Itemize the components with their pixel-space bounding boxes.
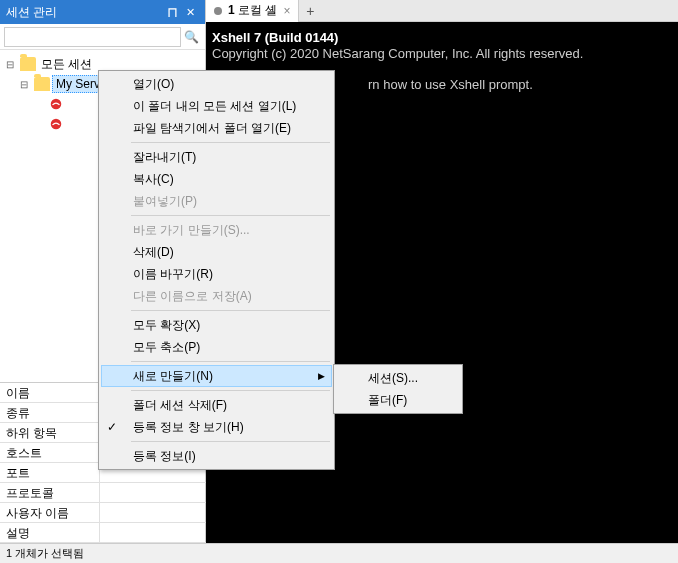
prop-label: 이름 (0, 383, 100, 402)
menu-item[interactable]: 모두 축소(P) (101, 336, 332, 358)
collapse-icon[interactable]: ⊟ (6, 59, 18, 70)
tab-add-button[interactable]: + (299, 3, 321, 19)
context-menu: 열기(O)이 폴더 내의 모든 세션 열기(L)파일 탐색기에서 폴더 열기(E… (98, 70, 335, 470)
prop-label: 하위 항목 (0, 423, 100, 442)
menu-item[interactable]: 폴더 세션 삭제(F) (101, 394, 332, 416)
tab-label: 1 로컬 셸 (228, 2, 277, 19)
terminal-line: rn how to use Xshell prompt. (368, 77, 533, 92)
prop-label: 종류 (0, 403, 100, 422)
prop-label: 설명 (0, 523, 100, 542)
status-text: 1 개체가 선택됨 (6, 547, 84, 559)
submenu-arrow-icon: ▶ (318, 371, 325, 381)
prop-value (100, 483, 206, 502)
menu-separator (131, 142, 330, 143)
search-bar: 🔍 (0, 24, 205, 50)
prop-value (100, 503, 206, 522)
tab-bar: 1 로컬 셸 × + (206, 0, 678, 22)
menu-item[interactable]: 등록 정보(I) (101, 445, 332, 467)
menu-item[interactable]: 이 폴더 내의 모든 세션 열기(L) (101, 95, 332, 117)
sidebar-title: 세션 관리 (6, 4, 163, 21)
prop-label: 프로토콜 (0, 483, 100, 502)
search-icon[interactable]: 🔍 (181, 30, 201, 44)
tree-label-root: 모든 세션 (38, 55, 95, 74)
prop-label: 포트 (0, 463, 100, 482)
menu-item[interactable]: 모두 확장(X) (101, 314, 332, 336)
prop-row: 프로토콜 (0, 483, 206, 503)
folder-icon (34, 77, 50, 91)
menu-item: 바로 가기 만들기(S)... (101, 219, 332, 241)
prop-row: 설명 (0, 523, 206, 543)
terminal-line: Copyright (c) 2020 NetSarang Computer, I… (212, 46, 583, 61)
prop-label: 사용자 이름 (0, 503, 100, 522)
submenu-item[interactable]: 세션(S)... (336, 367, 460, 389)
sidebar-header: 세션 관리 ⊓ ✕ (0, 0, 205, 24)
collapse-icon[interactable]: ⊟ (20, 79, 32, 90)
close-icon[interactable]: ✕ (181, 3, 199, 21)
status-bar: 1 개체가 선택됨 (0, 543, 678, 563)
menu-item: 다른 이름으로 저장(A) (101, 285, 332, 307)
menu-item[interactable]: 파일 탐색기에서 폴더 열기(E) (101, 117, 332, 139)
svg-point-0 (51, 99, 62, 110)
menu-item[interactable]: 잘라내기(T) (101, 146, 332, 168)
submenu-item[interactable]: 폴더(F) (336, 389, 460, 411)
session-icon (48, 96, 64, 112)
session-icon (48, 116, 64, 132)
menu-item[interactable]: 삭제(D) (101, 241, 332, 263)
menu-separator (131, 361, 330, 362)
menu-item[interactable]: 복사(C) (101, 168, 332, 190)
tab-status-icon (214, 7, 222, 15)
tab-local-shell[interactable]: 1 로컬 셸 × (206, 0, 299, 22)
prop-label: 호스트 (0, 443, 100, 462)
terminal-line: Xshell 7 (Build 0144) (212, 30, 338, 45)
menu-item[interactable]: 이름 바꾸기(R) (101, 263, 332, 285)
menu-item[interactable]: 열기(O) (101, 73, 332, 95)
menu-separator (131, 390, 330, 391)
submenu-new: 세션(S)...폴더(F) (333, 364, 463, 414)
search-input[interactable] (4, 27, 181, 47)
pin-icon[interactable]: ⊓ (163, 3, 181, 21)
menu-item[interactable]: 새로 만들기(N)▶ (101, 365, 332, 387)
menu-item[interactable]: 등록 정보 창 보기(H)✓ (101, 416, 332, 438)
check-icon: ✓ (107, 420, 117, 434)
svg-point-1 (51, 119, 62, 130)
menu-separator (131, 310, 330, 311)
prop-value (100, 523, 206, 542)
menu-separator (131, 215, 330, 216)
prop-row: 사용자 이름 (0, 503, 206, 523)
folder-icon (20, 57, 36, 71)
menu-item: 붙여넣기(P) (101, 190, 332, 212)
menu-separator (131, 441, 330, 442)
tab-close-icon[interactable]: × (283, 4, 290, 18)
